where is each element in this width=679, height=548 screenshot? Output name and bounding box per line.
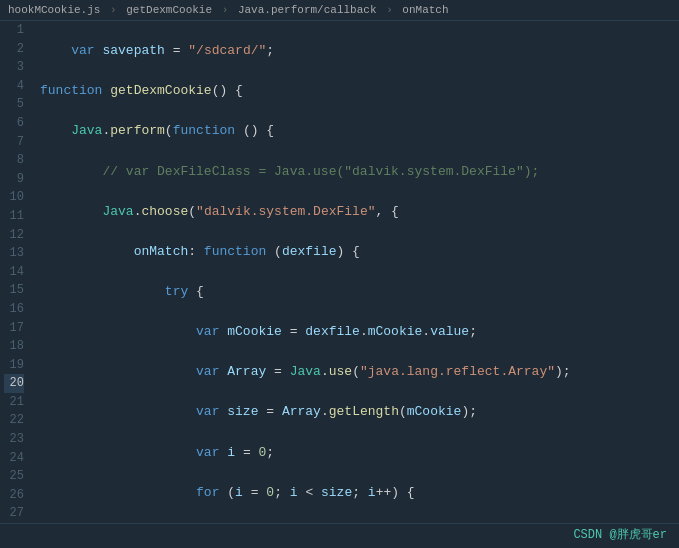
ln-2: 2 [4,40,24,59]
ln-12: 12 [4,226,24,245]
footer: CSDN @胖虎哥er [0,523,679,545]
ln-21: 21 [4,393,24,412]
code-line-3: Java.perform(function () { [40,121,671,141]
code-line-10: var size = Array.getLength(mCookie); [40,402,671,422]
ln-14: 14 [4,263,24,282]
ln-16: 16 [4,300,24,319]
ln-7: 7 [4,133,24,152]
footer-credit: CSDN @胖虎哥er [573,526,667,543]
ln-25: 25 [4,467,24,486]
code-line-6: onMatch: function (dexfile) { [40,242,671,262]
ln-18: 18 [4,337,24,356]
ln-11: 11 [4,207,24,226]
ln-4: 4 [4,77,24,96]
code-line-7: try { [40,282,671,302]
code-line-11: var i = 0; [40,443,671,463]
ln-19: 19 [4,356,24,375]
ln-3: 3 [4,58,24,77]
ln-9: 9 [4,170,24,189]
code-line-8: var mCookie = dexfile.mCookie.value; [40,322,671,342]
ln-26: 26 [4,486,24,505]
breadcrumb: hookMCookie.js › getDexmCookie › Java.pe… [0,0,679,21]
code-line-12: for (i = 0; i < size; i++) { [40,483,671,503]
code-line-2: function getDexmCookie() { [40,81,671,101]
ln-10: 10 [4,188,24,207]
ln-24: 24 [4,449,24,468]
ln-20: 20 [4,374,24,393]
ln-17: 17 [4,319,24,338]
ln-1: 1 [4,21,24,40]
code-line-1: var savepath = "/sdcard/"; [40,41,671,61]
ln-13: 13 [4,244,24,263]
ln-27: 27 [4,504,24,523]
code-line-4: // var DexFileClass = Java.use("dalvik.s… [40,162,671,182]
code-line-9: var Array = Java.use("java.lang.reflect.… [40,362,671,382]
ln-23: 23 [4,430,24,449]
ln-22: 22 [4,411,24,430]
ln-8: 8 [4,151,24,170]
ln-6: 6 [4,114,24,133]
ln-15: 15 [4,281,24,300]
code-container: 1 2 3 4 5 6 7 8 9 10 11 12 13 14 15 16 1… [0,21,679,523]
ln-5: 5 [4,95,24,114]
code-area[interactable]: var savepath = "/sdcard/"; function getD… [32,21,679,523]
code-line-5: Java.choose("dalvik.system.DexFile", { [40,202,671,222]
line-numbers: 1 2 3 4 5 6 7 8 9 10 11 12 13 14 15 16 1… [0,21,32,523]
